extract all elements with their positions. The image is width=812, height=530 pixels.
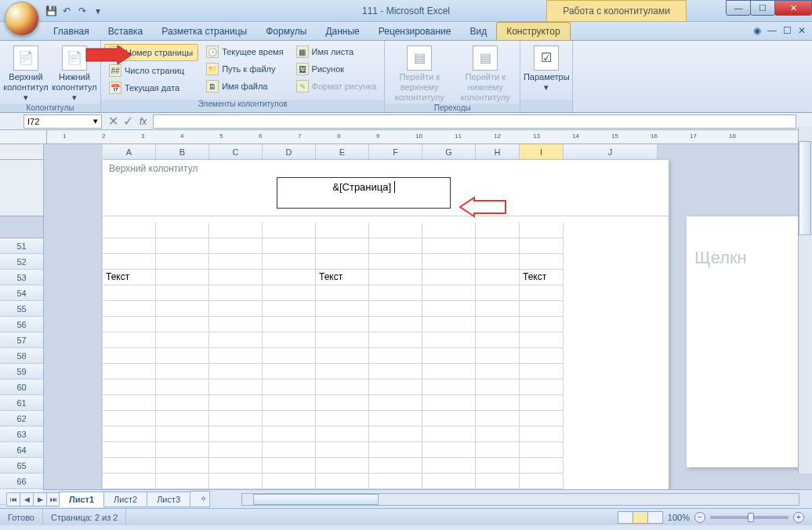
- column-header-H[interactable]: H: [476, 144, 520, 160]
- vertical-scrollbar[interactable]: [798, 127, 812, 474]
- cell-A57[interactable]: [103, 317, 156, 332]
- cell-E51[interactable]: [316, 223, 369, 238]
- cell-F57[interactable]: [369, 317, 422, 332]
- restore-window-icon[interactable]: ☐: [783, 25, 792, 36]
- cell-D55[interactable]: [263, 285, 316, 301]
- file-path-button[interactable]: 📁Путь к файлу: [201, 61, 288, 77]
- row-header-61[interactable]: 61: [0, 395, 43, 411]
- goto-header-button[interactable]: ▤ Перейти к верхнему колонтитулу: [388, 42, 451, 103]
- cell-A54[interactable]: Текст: [103, 270, 156, 285]
- cell-C55[interactable]: [209, 285, 263, 301]
- sheet-tab-3[interactable]: Лист3: [147, 492, 190, 507]
- cell-B67[interactable]: [156, 474, 209, 489]
- cell-G62[interactable]: [422, 395, 476, 411]
- cell-G51[interactable]: [422, 223, 476, 238]
- sheet-tab-2[interactable]: Лист2: [103, 492, 147, 507]
- row-header-62[interactable]: 62: [0, 411, 43, 427]
- cell-G65[interactable]: [422, 442, 476, 458]
- cell-D63[interactable]: [263, 411, 316, 427]
- scrollbar-thumb[interactable]: [253, 494, 379, 505]
- cell-E62[interactable]: [316, 395, 369, 411]
- column-header-C[interactable]: C: [209, 144, 263, 160]
- sheet-tab-1[interactable]: Лист1: [59, 492, 104, 507]
- cell-C56[interactable]: [209, 301, 263, 317]
- cell-I67[interactable]: [520, 474, 564, 489]
- new-sheet-tab[interactable]: ✧: [190, 491, 210, 507]
- cell-A65[interactable]: [103, 442, 156, 458]
- cell-F66[interactable]: [369, 458, 422, 474]
- cell-F67[interactable]: [369, 474, 422, 489]
- cell-E65[interactable]: [316, 442, 369, 458]
- cell-D56[interactable]: [263, 301, 316, 317]
- cell-E59[interactable]: [316, 348, 369, 364]
- cell-F54[interactable]: [369, 270, 422, 285]
- column-header-F[interactable]: F: [369, 144, 422, 160]
- cell-G58[interactable]: [422, 332, 476, 348]
- cell-A63[interactable]: [103, 411, 156, 427]
- cell-G55[interactable]: [422, 285, 476, 301]
- cell-D62[interactable]: [263, 395, 316, 411]
- options-button[interactable]: ☑ Параметры▾: [524, 42, 569, 100]
- tab-design[interactable]: Конструктор: [496, 22, 570, 40]
- horizontal-scrollbar[interactable]: [241, 493, 799, 506]
- cell-G60[interactable]: [422, 364, 476, 379]
- cell-F53[interactable]: [369, 254, 422, 270]
- cell-A66[interactable]: [103, 458, 156, 474]
- cell-A59[interactable]: [103, 348, 156, 364]
- cell-F55[interactable]: [369, 285, 422, 301]
- cell-E64[interactable]: [316, 427, 369, 442]
- goto-footer-button[interactable]: ▤ Перейти к нижнему колонтитулу: [454, 42, 517, 103]
- cell-B61[interactable]: [156, 379, 209, 395]
- cell-D54[interactable]: [263, 270, 316, 285]
- row-header-60[interactable]: 60: [0, 379, 43, 395]
- cell-H53[interactable]: [476, 254, 520, 270]
- tab-formulas[interactable]: Формулы: [256, 23, 316, 40]
- cell-H60[interactable]: [476, 364, 520, 379]
- cell-I60[interactable]: [520, 364, 564, 379]
- cell-E58[interactable]: [316, 332, 369, 348]
- picture-button[interactable]: 🖼Рисунок: [292, 61, 382, 77]
- cell-E54[interactable]: Текст: [316, 270, 369, 285]
- cell-D59[interactable]: [263, 348, 316, 364]
- cells-grid[interactable]: ТекстТекстТекст: [103, 216, 669, 489]
- cell-D66[interactable]: [263, 458, 316, 474]
- cell-E60[interactable]: [316, 364, 369, 379]
- cell-H67[interactable]: [476, 474, 520, 489]
- tab-page-layout[interactable]: Разметка страницы: [152, 23, 256, 40]
- save-icon[interactable]: 💾: [44, 4, 58, 18]
- cell-G53[interactable]: [422, 254, 476, 270]
- cell-I59[interactable]: [520, 348, 564, 364]
- cell-C59[interactable]: [209, 348, 263, 364]
- cell-A55[interactable]: [103, 285, 156, 301]
- tab-data[interactable]: Данные: [316, 23, 368, 40]
- cell-B56[interactable]: [156, 301, 209, 317]
- cell-D51[interactable]: [263, 223, 316, 238]
- cell-B54[interactable]: [156, 270, 209, 285]
- cell-F65[interactable]: [369, 442, 422, 458]
- cell-B62[interactable]: [156, 395, 209, 411]
- cell-I63[interactable]: [520, 411, 564, 427]
- header-zone[interactable]: Верхний колонтитул &[Страница]: [103, 160, 669, 216]
- cell-E53[interactable]: [316, 254, 369, 270]
- cell-C62[interactable]: [209, 395, 263, 411]
- cell-D52[interactable]: [263, 238, 316, 254]
- cell-D58[interactable]: [263, 332, 316, 348]
- row-header-54[interactable]: 54: [0, 285, 43, 301]
- current-date-button[interactable]: 📅Текущая дата: [104, 80, 198, 96]
- cell-I53[interactable]: [520, 254, 564, 270]
- cell-F63[interactable]: [369, 411, 422, 427]
- cell-E61[interactable]: [316, 379, 369, 395]
- cell-D53[interactable]: [263, 254, 316, 270]
- cell-B55[interactable]: [156, 285, 209, 301]
- cell-H51[interactable]: [476, 223, 520, 238]
- cell-C57[interactable]: [209, 317, 263, 332]
- cell-H52[interactable]: [476, 238, 520, 254]
- cell-E67[interactable]: [316, 474, 369, 489]
- file-name-button[interactable]: 🗎Имя файла: [201, 78, 288, 94]
- cell-C58[interactable]: [209, 332, 263, 348]
- cell-D60[interactable]: [263, 364, 316, 379]
- cell-B52[interactable]: [156, 238, 209, 254]
- cell-I51[interactable]: [520, 223, 564, 238]
- cell-B57[interactable]: [156, 317, 209, 332]
- cell-B65[interactable]: [156, 442, 209, 458]
